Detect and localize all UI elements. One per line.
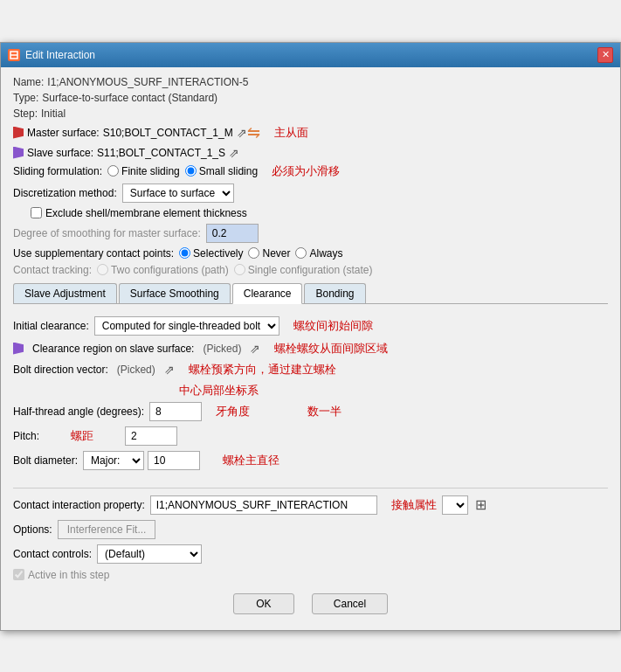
master-surface-icon bbox=[13, 127, 24, 139]
bolt-diameter-label: Bolt diameter: bbox=[13, 454, 78, 467]
exclude-checkbox[interactable] bbox=[31, 207, 42, 218]
master-surface-row: Master surface: S10;BOLT_CONTACT_1_M ⇗ ⇋… bbox=[13, 123, 608, 142]
bolt-direction-select-icon[interactable]: ⇗ bbox=[164, 363, 175, 377]
type-label: Type: bbox=[13, 92, 38, 104]
clearance-region-row: Clearance region on slave surface: (Pick… bbox=[13, 341, 608, 357]
initial-clearance-annotation: 螺纹间初始间隙 bbox=[293, 318, 373, 334]
tracking-single-radio: Single configuration (state) bbox=[234, 264, 373, 276]
type-row: Type: Surface-to-surface contact (Standa… bbox=[13, 92, 608, 104]
name-label: Name: bbox=[13, 76, 44, 88]
pitch-input[interactable] bbox=[125, 426, 177, 446]
discretization-row: Discretization method: Surface to surfac… bbox=[13, 184, 608, 203]
initial-clearance-select[interactable]: Computed for single-threaded bolt bbox=[94, 316, 279, 336]
pitch-annotation: 螺距 bbox=[71, 428, 93, 444]
window-icon bbox=[8, 49, 20, 61]
contact-points-label: Use supplementary contact points: bbox=[13, 247, 174, 260]
half-thread-annotation2: 数一半 bbox=[307, 404, 342, 419]
bolt-diameter-type-select[interactable]: Major: bbox=[83, 451, 144, 470]
active-step-label: Active in this step bbox=[28, 569, 109, 581]
title-bar: Edit Interaction ✕ bbox=[1, 43, 620, 67]
sliding-row: Sliding formulation: Finite sliding Smal… bbox=[13, 163, 608, 179]
finite-sliding-radio-input[interactable] bbox=[107, 165, 119, 177]
options-row: Options: Interference Fit... bbox=[13, 520, 608, 539]
contact-property-edit-icon[interactable]: ⊞ bbox=[475, 496, 486, 513]
controls-row: Contact controls: (Default) bbox=[13, 544, 608, 564]
bolt-diameter-input[interactable] bbox=[148, 451, 200, 470]
name-row: Name: I1;ANONYMOUS_SURF_INTERACTION-5 bbox=[13, 76, 608, 88]
tab-clearance[interactable]: Clearance bbox=[232, 283, 303, 304]
two-config-label: Two configurations (path) bbox=[111, 264, 229, 276]
master-surface-label: Master surface: bbox=[27, 127, 100, 139]
bolt-diameter-annotation: 螺栓主直径 bbox=[223, 453, 279, 468]
ok-button[interactable]: OK bbox=[233, 593, 294, 614]
smoothing-input[interactable] bbox=[206, 224, 259, 243]
sliding-small-radio[interactable]: Small sliding bbox=[185, 165, 258, 177]
tab-slave-adjustment[interactable]: Slave Adjustment bbox=[13, 283, 117, 303]
selectively-label: Selectively bbox=[193, 247, 243, 260]
contact-property-select[interactable]: ▼ bbox=[442, 495, 468, 515]
controls-select[interactable]: (Default) bbox=[97, 544, 202, 564]
small-sliding-label: Small sliding bbox=[199, 165, 258, 177]
small-sliding-radio-input[interactable] bbox=[185, 165, 197, 177]
master-slave-annotation: 主从面 bbox=[274, 125, 308, 141]
clearance-region-icon bbox=[13, 343, 24, 355]
clearance-region-value: (Picked) bbox=[203, 343, 241, 355]
always-radio-input[interactable] bbox=[295, 247, 307, 259]
sliding-finite-radio[interactable]: Finite sliding bbox=[107, 165, 180, 177]
contact-selectively-radio[interactable]: Selectively bbox=[179, 247, 243, 260]
active-step-checkbox bbox=[13, 569, 24, 580]
slave-surface-value: S11;BOLT_CONTACT_1_S bbox=[97, 147, 225, 159]
half-thread-row: Half-thread angle (degrees): 牙角度 数一半 bbox=[13, 402, 608, 421]
slave-surface-icon bbox=[13, 147, 24, 159]
interference-fit-button[interactable]: Interference Fit... bbox=[58, 520, 156, 539]
discretization-label: Discretization method: bbox=[13, 187, 117, 199]
always-label: Always bbox=[309, 247, 342, 260]
bolt-diameter-group: Major: bbox=[83, 451, 200, 470]
contact-points-row: Use supplementary contact points: Select… bbox=[13, 247, 608, 260]
never-radio-input[interactable] bbox=[248, 247, 259, 259]
selectively-radio-input[interactable] bbox=[179, 247, 190, 259]
bolt-diameter-row: Bolt diameter: Major: 螺栓主直径 bbox=[13, 451, 608, 470]
close-button[interactable]: ✕ bbox=[597, 47, 613, 63]
bolt-direction-annotation2-row: 中心局部坐标系 bbox=[170, 383, 608, 398]
contact-property-input[interactable] bbox=[150, 495, 377, 515]
tab-surface-smoothing[interactable]: Surface Smoothing bbox=[119, 283, 231, 303]
finite-sliding-label: Finite sliding bbox=[121, 165, 180, 177]
slave-surface-select-icon[interactable]: ⇗ bbox=[229, 146, 239, 160]
contact-never-radio[interactable]: Never bbox=[248, 247, 290, 260]
master-surface-value: S10;BOLT_CONTACT_1_M bbox=[103, 127, 233, 139]
sliding-annotation: 必须为小滑移 bbox=[272, 163, 340, 179]
step-row: Step: Initial bbox=[13, 107, 608, 120]
bolt-direction-value: (Picked) bbox=[117, 364, 155, 376]
button-row: OK Cancel bbox=[13, 588, 608, 621]
two-config-radio-input bbox=[97, 264, 108, 275]
type-value: Surface-to-surface contact (Standard) bbox=[42, 92, 217, 104]
content-area: Name: I1;ANONYMOUS_SURF_INTERACTION-5 Ty… bbox=[1, 67, 620, 630]
tab-bonding[interactable]: Bonding bbox=[304, 283, 365, 303]
discretization-select[interactable]: Surface to surface Node to surface bbox=[122, 184, 234, 203]
exclude-label: Exclude shell/membrane element thickness bbox=[45, 207, 247, 219]
clearance-tab-content: Initial clearance: Computed for single-t… bbox=[13, 311, 608, 481]
clearance-region-annotation: 螺栓螺纹从面间隙区域 bbox=[274, 341, 388, 357]
bolt-direction-row: Bolt direction vector: (Picked) ⇗ 螺栓预紧方向… bbox=[13, 362, 608, 378]
name-value: I1;ANONYMOUS_SURF_INTERACTION-5 bbox=[47, 76, 248, 88]
bolt-direction-label: Bolt direction vector: bbox=[13, 364, 108, 376]
contact-always-radio[interactable]: Always bbox=[295, 247, 342, 260]
bolt-direction-annotation2: 中心局部坐标系 bbox=[179, 384, 259, 397]
contact-tracking-label: Contact tracking: bbox=[13, 264, 92, 276]
clearance-region-label: Clearance region on slave surface: bbox=[32, 343, 194, 355]
half-thread-input[interactable] bbox=[149, 402, 202, 421]
master-surface-select-icon[interactable]: ⇗ bbox=[237, 126, 247, 140]
cancel-button[interactable]: Cancel bbox=[312, 593, 388, 614]
smoothing-row: Degree of smoothing for master surface: bbox=[13, 224, 608, 243]
single-config-label: Single configuration (state) bbox=[248, 264, 373, 276]
smoothing-label: Degree of smoothing for master surface: bbox=[13, 227, 201, 239]
pitch-label: Pitch: bbox=[13, 430, 39, 442]
clearance-region-select-icon[interactable]: ⇗ bbox=[250, 342, 260, 356]
tabs: Slave Adjustment Surface Smoothing Clear… bbox=[13, 283, 608, 304]
half-thread-annotation1: 牙角度 bbox=[216, 404, 250, 419]
tracking-two-radio: Two configurations (path) bbox=[97, 264, 229, 276]
exclude-checkbox-row: Exclude shell/membrane element thickness bbox=[31, 207, 608, 219]
initial-clearance-row: Initial clearance: Computed for single-t… bbox=[13, 316, 608, 336]
window-title: Edit Interaction bbox=[25, 49, 95, 61]
